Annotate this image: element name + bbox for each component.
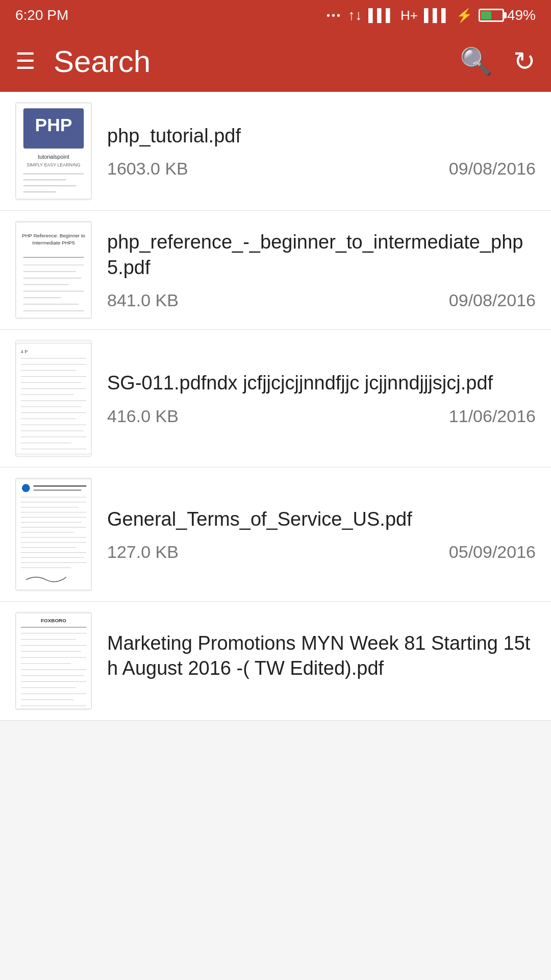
list-item[interactable]: General_Terms_of_Service_US.pdf 127.0 KB… bbox=[0, 468, 551, 602]
list-item[interactable]: PHP tutorialspoint SIMPLY EASY LEARNING … bbox=[0, 92, 551, 211]
status-bar: 6:20 PM ••• ↑↓ ▌▌▌ H+ ▌▌▌ ⚡ 49% bbox=[0, 0, 551, 31]
search-icon[interactable]: 🔍 bbox=[460, 46, 493, 77]
file-list: PHP tutorialspoint SIMPLY EASY LEARNING … bbox=[0, 92, 551, 721]
app-bar-actions: 🔍 ↻ bbox=[460, 46, 536, 77]
file-date: 05/09/2016 bbox=[449, 542, 536, 562]
file-date: 09/08/2016 bbox=[449, 159, 536, 179]
file-date: 11/06/2016 bbox=[449, 406, 536, 426]
menu-icon[interactable]: ☰ bbox=[15, 50, 35, 72]
list-item[interactable]: FOXBORO Marketing Promotions MYN Week 81… bbox=[0, 602, 551, 721]
network-type-label: H+ bbox=[400, 8, 418, 23]
file-size: 127.0 KB bbox=[107, 542, 179, 562]
file-meta: 1603.0 KB 09/08/2016 bbox=[107, 159, 536, 179]
svg-text:4 P: 4 P bbox=[21, 349, 28, 354]
svg-text:FOXBORO: FOXBORO bbox=[41, 618, 66, 623]
file-info: General_Terms_of_Service_US.pdf 127.0 KB… bbox=[107, 478, 536, 591]
status-time: 6:20 PM bbox=[15, 7, 68, 23]
file-meta: 416.0 KB 11/06/2016 bbox=[107, 406, 536, 426]
svg-rect-21 bbox=[16, 343, 91, 454]
battery-fill bbox=[481, 11, 491, 19]
file-info: php_tutorial.pdf 1603.0 KB 09/08/2016 bbox=[107, 102, 536, 200]
file-info: SG-011.pdfndx jcfjjcjcjjnndfjjc jcjjnndj… bbox=[107, 340, 536, 457]
battery-container: 49% bbox=[479, 7, 536, 23]
battery-percent: 49% bbox=[507, 7, 536, 23]
list-item[interactable]: 4 P SG-011.pdfndx jcfjjcjcjjnndfj bbox=[0, 330, 551, 468]
svg-text:Intermediate PHP5: Intermediate PHP5 bbox=[32, 240, 75, 246]
file-date: 09/08/2016 bbox=[449, 290, 536, 310]
file-thumbnail: PHP Reference: Beginner to Intermediate … bbox=[15, 221, 92, 319]
svg-text:PHP: PHP bbox=[35, 115, 72, 135]
file-size: 416.0 KB bbox=[107, 406, 179, 426]
network-up-icon: ↑↓ bbox=[348, 7, 362, 23]
svg-point-40 bbox=[22, 484, 30, 492]
refresh-icon[interactable]: ↻ bbox=[513, 46, 536, 77]
file-meta: 127.0 KB 05/09/2016 bbox=[107, 542, 536, 562]
file-thumbnail: FOXBORO bbox=[15, 612, 92, 710]
file-name: General_Terms_of_Service_US.pdf bbox=[107, 507, 536, 532]
app-bar-title: Search bbox=[54, 44, 460, 79]
svg-text:tutorialspoint: tutorialspoint bbox=[38, 154, 69, 160]
file-name: SG-011.pdfndx jcfjjcjcjjnndfjjc jcjjnndj… bbox=[107, 371, 536, 396]
file-info: php_reference_-_beginner_to_intermediate… bbox=[107, 221, 536, 319]
charging-icon: ⚡ bbox=[456, 8, 472, 23]
file-info: Marketing Promotions MYN Week 81 Startin… bbox=[107, 612, 536, 710]
file-name: php_tutorial.pdf bbox=[107, 124, 536, 149]
signal-bars-icon: ▌▌▌ bbox=[368, 8, 394, 22]
signal-bars2-icon: ▌▌▌ bbox=[424, 8, 450, 22]
svg-text:SIMPLY EASY LEARNING: SIMPLY EASY LEARNING bbox=[27, 162, 81, 167]
file-size: 1603.0 KB bbox=[107, 159, 188, 179]
file-thumbnail bbox=[15, 478, 92, 591]
signal-dots-icon: ••• bbox=[327, 10, 342, 21]
file-name: Marketing Promotions MYN Week 81 Startin… bbox=[107, 631, 536, 681]
file-meta: 841.0 KB 09/08/2016 bbox=[107, 290, 536, 310]
battery-icon bbox=[479, 9, 504, 22]
file-thumbnail: PHP tutorialspoint SIMPLY EASY LEARNING bbox=[15, 102, 92, 200]
list-item[interactable]: PHP Reference: Beginner to Intermediate … bbox=[0, 211, 551, 330]
status-right: ••• ↑↓ ▌▌▌ H+ ▌▌▌ ⚡ 49% bbox=[327, 7, 536, 23]
svg-text:PHP Reference: Beginner to: PHP Reference: Beginner to bbox=[22, 233, 86, 238]
file-name: php_reference_-_beginner_to_intermediate… bbox=[107, 230, 536, 280]
file-thumbnail: 4 P bbox=[15, 340, 92, 457]
svg-rect-39 bbox=[16, 479, 91, 590]
file-size: 841.0 KB bbox=[107, 290, 179, 310]
app-bar: ☰ Search 🔍 ↻ bbox=[0, 31, 551, 92]
